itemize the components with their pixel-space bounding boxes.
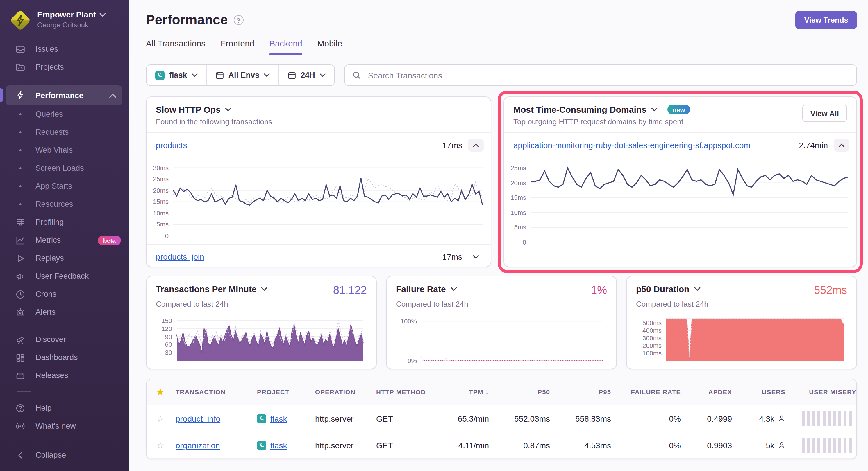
p50-cell: 552.03ms [494, 414, 555, 423]
column-header-operation[interactable]: OPERATION [310, 389, 372, 396]
tab-frontend[interactable]: Frontend [221, 39, 254, 55]
transaction-row-products: products 17ms [147, 133, 491, 156]
sidebar-item-metrics[interactable]: Metricsbeta [0, 231, 129, 249]
sidebar-item-crons[interactable]: Crons [0, 285, 129, 303]
column-header-failure-rate[interactable]: FAILURE RATE [616, 389, 685, 396]
sidebar-item-label: Screen Loads [35, 164, 84, 172]
table-body: ☆product_infoflaskhttp.serverGET65.3/min… [147, 405, 856, 459]
axis-tick-label: 30 [156, 348, 172, 357]
transaction-link[interactable]: product_info [176, 414, 220, 423]
p50-duration-chart: 500ms400ms300ms200ms100ms [636, 313, 847, 365]
sidebar-item-dashboards[interactable]: Dashboards [0, 348, 129, 366]
search-transactions[interactable] [344, 64, 857, 86]
sidebar-item-replays[interactable]: Replays [0, 249, 129, 267]
column-header-p95[interactable]: P95 [555, 389, 616, 396]
column-header-tpm[interactable]: TPM↓ [438, 388, 494, 396]
domain-time-spent[interactable]: 2.74min [799, 140, 828, 150]
sidebar-item-resources[interactable]: •Resources [0, 195, 129, 213]
tab-all-transactions[interactable]: All Transactions [146, 39, 206, 55]
sidebar-item-projects[interactable]: Projects [0, 58, 129, 76]
column-header-http-method[interactable]: HTTP METHOD [372, 389, 438, 396]
tpm-value: 81.122 [333, 284, 367, 297]
star-toggle[interactable]: ☆ [147, 440, 171, 450]
performance-dashboard: Empower Plant George Gritsouk IssuesProj… [0, 0, 868, 471]
axis-tick-label: 5ms [504, 223, 526, 231]
sidebar-item-releases[interactable]: Releases [0, 366, 129, 384]
environment-filter[interactable]: All Envs [207, 65, 279, 86]
bullet-icon: • [15, 146, 26, 155]
axis-tick-label: 25ms [504, 164, 526, 172]
domain-link[interactable]: application-monitoring-ruby-dot-sales-en… [514, 140, 750, 150]
view-trends-button[interactable]: View Trends [796, 11, 857, 29]
failure-rate-title[interactable]: Failure Rate [396, 284, 457, 294]
column-header-users[interactable]: USERS [737, 389, 790, 396]
sidebar-item-alerts[interactable]: Alerts [0, 303, 129, 321]
sidebar-item-queries[interactable]: •Queries [0, 105, 129, 123]
transaction-link[interactable]: organization [176, 440, 220, 450]
axis-tick-label: 100ms [636, 349, 661, 357]
collapse-row-button[interactable] [468, 139, 484, 152]
project-cell[interactable]: flask [252, 414, 310, 423]
column-header-user-misery[interactable]: USER MISERY [790, 389, 857, 396]
column-header-apdex[interactable]: APDEX [685, 389, 737, 396]
tpm-subtitle: Compared to last 24h [156, 300, 367, 308]
axis-tick-label: 200ms [636, 341, 661, 349]
broadcast-icon [15, 421, 26, 431]
p50-duration-title[interactable]: p50 Duration [636, 284, 700, 294]
axis-tick-label: 0 [147, 232, 168, 240]
sidebar-item-user-feedback[interactable]: User Feedback [0, 267, 129, 285]
sidebar-item-help[interactable]: Help [0, 399, 129, 417]
table-row: ☆organizationflaskhttp.serverGET4.11/min… [147, 432, 856, 459]
sidebar-item-requests[interactable]: •Requests [0, 123, 129, 141]
search-icon [352, 71, 361, 79]
sidebar-item-screen-loads[interactable]: •Screen Loads [0, 159, 129, 177]
domains-title[interactable]: Most Time-Consuming Domains new [514, 105, 690, 114]
tab-mobile[interactable]: Mobile [317, 39, 342, 55]
sidebar-item-label: What's new [35, 422, 76, 430]
star-column-header-icon[interactable]: ★ [147, 387, 171, 397]
axis-tick-label: 90 [156, 333, 172, 341]
sidebar-item-discover[interactable]: Discover [0, 331, 129, 348]
project-cell[interactable]: flask [252, 440, 310, 450]
time-range-filter[interactable]: 24H [278, 65, 334, 86]
collapse-row-button[interactable] [834, 139, 849, 152]
sidebar-item-performance[interactable]: Performance [6, 86, 122, 105]
project-filter[interactable]: flask [147, 65, 207, 86]
apdex-cell: 0.9903 [685, 440, 737, 450]
help-tooltip-icon[interactable]: ? [234, 15, 243, 25]
org-logo [10, 10, 31, 31]
megaphone-icon [15, 271, 26, 281]
sidebar-item-what-s-new[interactable]: What's new [0, 417, 129, 435]
failure-rate-chart: 100%0% [396, 313, 607, 365]
environment-filter-value: All Envs [228, 71, 259, 79]
column-header-project[interactable]: PROJECT [252, 389, 310, 396]
sidebar-item-label: Queries [35, 110, 63, 119]
p50-duration-value: 552ms [814, 284, 847, 297]
sidebar-item-label: App Starts [35, 182, 72, 191]
transaction-link[interactable]: products_join [156, 252, 204, 261]
org-switcher[interactable]: Empower Plant George Gritsouk [0, 0, 129, 38]
transaction-link[interactable]: products [156, 140, 187, 150]
tab-backend[interactable]: Backend [270, 39, 302, 55]
sidebar-item-profiling[interactable]: Profiling [0, 213, 129, 231]
p95-cell: 558.83ms [555, 414, 616, 423]
expand-row-button[interactable] [468, 250, 484, 263]
calendar-icon [288, 71, 296, 79]
star-toggle[interactable]: ☆ [147, 413, 171, 424]
sidebar-item-label: Performance [35, 91, 84, 100]
p95-cell: 4.53ms [555, 440, 616, 450]
metrics-icon [15, 235, 26, 245]
slow-http-ops-title[interactable]: Slow HTTP Ops [156, 105, 482, 114]
sidebar: Empower Plant George Gritsouk IssuesProj… [0, 0, 129, 471]
search-input[interactable] [367, 70, 849, 80]
sidebar-item-collapse[interactable]: Collapse [0, 446, 129, 464]
tpm-title[interactable]: Transactions Per Minute [156, 284, 268, 294]
sidebar-item-app-starts[interactable]: •App Starts [0, 177, 129, 195]
page-filters: flask All Envs 24H [146, 64, 335, 86]
column-header-transaction[interactable]: TRANSACTION [171, 389, 252, 396]
sidebar-item-web-vitals[interactable]: •Web Vitals [0, 141, 129, 159]
view-all-button[interactable]: View All [802, 105, 847, 122]
column-header-p50[interactable]: P50 [494, 389, 555, 396]
sidebar-item-issues[interactable]: Issues [0, 40, 129, 58]
filter-bar: flask All Envs 24H [146, 64, 857, 86]
